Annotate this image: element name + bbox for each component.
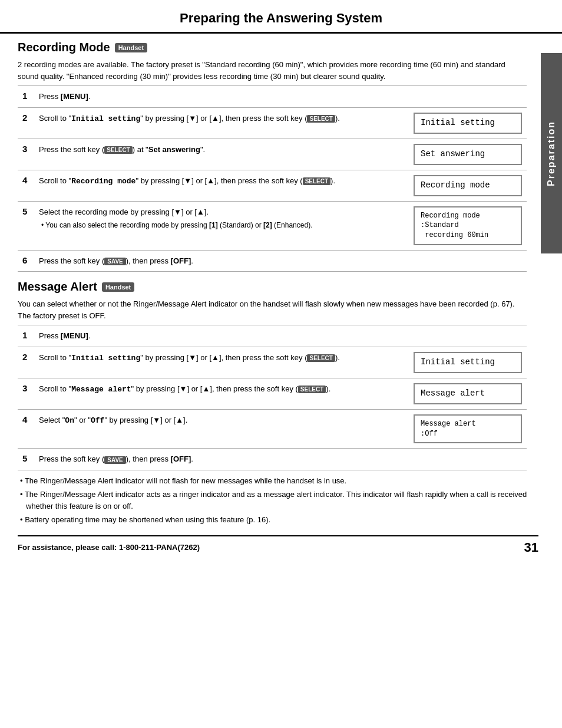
menu-item-label: Message alert bbox=[71, 385, 131, 394]
table-row: 4 Select "On" or "Off" by pressing [▼] o… bbox=[18, 409, 527, 449]
step-text: Press the soft key (SAVE), then press [O… bbox=[35, 449, 527, 470]
recording-mode-title: Recording Mode bbox=[18, 41, 110, 54]
step-display: Initial setting bbox=[409, 107, 527, 139]
step-number: 3 bbox=[18, 139, 35, 170]
message-alert-section: Message Alert Handset You can select whe… bbox=[18, 280, 527, 470]
recording-mode-description: 2 recording modes are available. The fac… bbox=[18, 59, 527, 82]
note-item: • The Ringer/Message Alert indicator wil… bbox=[18, 475, 538, 487]
page-wrapper: Preparation Preparing the Answering Syst… bbox=[0, 0, 562, 728]
step-number: 1 bbox=[18, 325, 35, 347]
menu-key: [MENU] bbox=[61, 331, 88, 340]
recording-mode-section: Recording Mode Handset 2 recording modes… bbox=[18, 41, 527, 272]
step-display: Initial setting bbox=[409, 347, 527, 378]
step-text: Press the soft key (SELECT) at "Set answ… bbox=[35, 139, 409, 170]
note-item: • The Ringer/Message Alert indicator act… bbox=[18, 489, 538, 512]
message-alert-badge: Handset bbox=[102, 282, 134, 292]
table-row: 2 Scroll to "Initial setting" by pressin… bbox=[18, 347, 527, 378]
table-row: 1 Press [MENU]. bbox=[18, 325, 527, 347]
page-footer: For assistance, please call: 1-800-211-P… bbox=[18, 535, 538, 559]
side-tab: Preparation bbox=[541, 53, 562, 253]
side-tab-label: Preparation bbox=[546, 121, 557, 186]
step-text: Scroll to "Message alert" by pressing [▼… bbox=[35, 378, 409, 409]
step-number: 2 bbox=[18, 107, 35, 139]
save-badge: SAVE bbox=[104, 258, 126, 265]
step-text: Select the recording mode by pressing [▼… bbox=[35, 201, 409, 250]
step-number: 1 bbox=[18, 86, 35, 108]
select-badge: SELECT bbox=[104, 146, 132, 154]
select-badge: SELECT bbox=[307, 115, 335, 123]
step-display: Set answering bbox=[409, 139, 527, 170]
select-badge: SELECT bbox=[303, 177, 330, 185]
save-badge: SAVE bbox=[104, 456, 126, 464]
recording-mode-steps-table: 1 Press [MENU]. 2 Scroll to "Initial set… bbox=[18, 85, 527, 272]
table-row: 5 Press the soft key (SAVE), then press … bbox=[18, 449, 527, 470]
select-badge: SELECT bbox=[298, 386, 326, 393]
step-number: 5 bbox=[18, 449, 35, 470]
menu-item-label: Set answering bbox=[148, 145, 200, 154]
step-display: Recording mode bbox=[409, 170, 527, 201]
step-number: 3 bbox=[18, 378, 35, 409]
step-text: Select "On" or "Off" by pressing [▼] or … bbox=[35, 409, 409, 449]
message-alert-steps-table: 1 Press [MENU]. 2 Scroll to "Initial set… bbox=[18, 325, 527, 470]
notes-section: • The Ringer/Message Alert indicator wil… bbox=[18, 475, 538, 526]
step-number: 4 bbox=[18, 409, 35, 449]
table-row: 6 Press the soft key (SAVE), then press … bbox=[18, 250, 527, 272]
page-number: 31 bbox=[524, 540, 538, 555]
recording-mode-heading: Recording Mode Handset bbox=[18, 41, 527, 54]
note-item: • Battery operating time may be shortene… bbox=[18, 514, 538, 526]
menu-key: [MENU] bbox=[61, 92, 88, 101]
table-row: 5 Select the recording mode by pressing … bbox=[18, 201, 527, 250]
message-alert-title: Message Alert bbox=[18, 280, 97, 294]
table-row: 1 Press [MENU]. bbox=[18, 86, 527, 108]
content-area: Recording Mode Handset 2 recording modes… bbox=[0, 41, 538, 470]
page-title: Preparing the Answering System bbox=[0, 0, 562, 34]
step-text: Press [MENU]. bbox=[35, 325, 527, 347]
message-alert-description: You can select whether or not the Ringer… bbox=[18, 298, 527, 321]
menu-item-label: Initial setting bbox=[71, 354, 140, 363]
step-display: Message alert bbox=[409, 378, 527, 409]
lcd-display: Set answering bbox=[414, 144, 522, 165]
lcd-display: Recording mode :Standard recording 60min bbox=[414, 206, 522, 245]
step-bullet: • You can also select the recording mode… bbox=[39, 220, 405, 230]
message-alert-heading: Message Alert Handset bbox=[18, 280, 527, 294]
step-text: Scroll to "Initial setting" by pressing … bbox=[35, 107, 409, 139]
table-row: 4 Scroll to "Recording mode" by pressing… bbox=[18, 170, 527, 201]
step-number: 5 bbox=[18, 201, 35, 250]
step-text: Press [MENU]. bbox=[35, 86, 527, 108]
step-text: Scroll to "Initial setting" by pressing … bbox=[35, 347, 409, 378]
step-display: Message alert :Off bbox=[409, 409, 527, 449]
table-row: 2 Scroll to "Initial setting" by pressin… bbox=[18, 107, 527, 139]
step-number: 2 bbox=[18, 347, 35, 378]
step-number: 6 bbox=[18, 250, 35, 272]
recording-mode-badge: Handset bbox=[115, 43, 147, 52]
table-row: 3 Press the soft key (SELECT) at "Set an… bbox=[18, 139, 527, 170]
step-text: Press the soft key (SAVE), then press [O… bbox=[35, 250, 527, 272]
step-display: Recording mode :Standard recording 60min bbox=[409, 201, 527, 250]
lcd-display: Initial setting bbox=[414, 352, 522, 373]
step-number: 4 bbox=[18, 170, 35, 201]
menu-item-label: Initial setting bbox=[71, 114, 140, 123]
menu-item-label: Recording mode bbox=[71, 177, 135, 186]
footer-assistance-text: For assistance, please call: 1-800-211-P… bbox=[18, 543, 200, 552]
lcd-display: Message alert bbox=[414, 383, 522, 404]
lcd-display: Recording mode bbox=[414, 175, 522, 196]
table-row: 3 Scroll to "Message alert" by pressing … bbox=[18, 378, 527, 409]
select-badge: SELECT bbox=[307, 354, 335, 362]
step-text: Scroll to "Recording mode" by pressing [… bbox=[35, 170, 409, 201]
lcd-display: Initial setting bbox=[414, 113, 522, 134]
lcd-display: Message alert :Off bbox=[414, 414, 522, 444]
